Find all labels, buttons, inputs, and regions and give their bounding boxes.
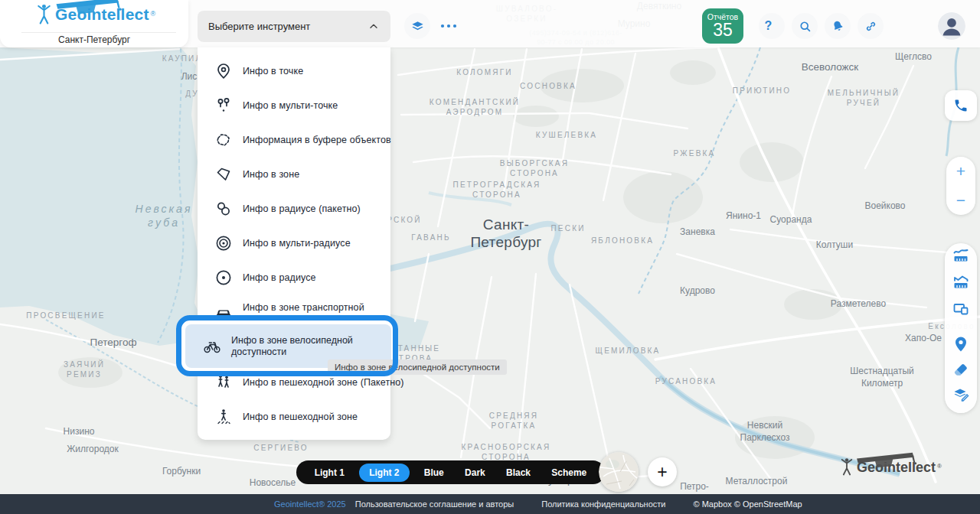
footer-link[interactable]: Пользовательское соглашение и авторы [355, 499, 514, 509]
registered-mark: ® [151, 10, 156, 18]
style-light-2[interactable]: Light 2 [359, 464, 409, 482]
geointellect-app: КАУПИЛЛисДУНевская губаПРОСВЕЩЕНИЕПетерг… [0, 0, 980, 514]
menu-item[interactable]: Информация в буфере объектов [208, 128, 386, 152]
figure-logo-icon [839, 457, 854, 477]
top-header-bar: Geointellect ® Санкт-Петербург Выберите … [0, 0, 980, 47]
bell-icon [831, 19, 845, 34]
radius-icon [214, 268, 233, 287]
tool-select-label: Выберите инструмент [208, 21, 310, 32]
devices-button[interactable] [952, 300, 970, 318]
menu-item-label: Инфо в радиусе [243, 272, 316, 283]
brand-name: Geointellect [55, 3, 149, 26]
buffer-icon [214, 131, 233, 149]
search-icon [798, 19, 812, 34]
help-button[interactable]: ? [759, 13, 785, 39]
figure-logo-icon [35, 3, 53, 26]
style-black[interactable]: Black [500, 464, 537, 481]
bicycle-icon [203, 337, 221, 356]
footer-bar: Geointellect® 2025Пользовательское согла… [0, 494, 980, 514]
add-style-button[interactable]: + [648, 457, 677, 486]
graduation-cap-icon [54, 0, 124, 15]
radius-batch-icon [214, 200, 233, 218]
zoom-in-button[interactable]: + [946, 157, 975, 186]
geointellect-watermark: Geointellect ® [839, 457, 942, 477]
layers-button[interactable] [404, 13, 430, 39]
menu-item-label: Инфо в зоне велосипедной доступности [231, 335, 363, 358]
region-label: Санкт-Петербург [0, 34, 188, 45]
basemap-style-bar: Light 1Light 2BlueDarkBlackScheme [296, 460, 605, 484]
style-scheme[interactable]: Scheme [545, 464, 593, 481]
style-dark[interactable]: Dark [459, 464, 492, 481]
footer-brand-year[interactable]: Geointellect® 2025 [274, 499, 346, 509]
zone-icon [214, 165, 233, 184]
menu-item[interactable]: Инфо в радиусе [208, 265, 386, 290]
menu-item-label: Инфо в мульти-радиусе [243, 238, 351, 249]
tool-menu-panel: Инфо в точкеИнфо в мульти-точкеИнформаци… [198, 47, 390, 440]
layers-edit-button[interactable] [952, 385, 970, 403]
multi-radius-icon [214, 234, 233, 252]
crosswalk-icon [214, 408, 233, 426]
menu-item[interactable]: Инфо в пешеходной зоне [208, 405, 386, 429]
scheme-preview-thumbnail[interactable] [599, 452, 639, 492]
reports-badge[interactable]: Отчётов 35 [702, 8, 743, 44]
eraser-button[interactable] [952, 360, 970, 379]
menu-item[interactable]: Инфо в точке [208, 59, 386, 83]
help-icon: ? [765, 19, 779, 34]
map-tools-panel [945, 243, 977, 413]
footer-link[interactable]: Политика конфиденциальности [541, 499, 665, 509]
layers-icon [410, 19, 425, 34]
location-pin-button[interactable] [952, 335, 970, 353]
map-canvas[interactable] [0, 0, 980, 514]
menu-item-label: Инфо в точке [243, 66, 303, 76]
zoom-control: + − [946, 157, 975, 215]
menu-item-label: Инфо в пешеходной зоне (Пакетно) [243, 377, 404, 388]
search-button[interactable] [792, 13, 818, 39]
tooltip: Инфо в зоне велосипедной доступности [328, 359, 507, 375]
link-icon [864, 19, 878, 34]
watermark-reg: ® [937, 463, 942, 470]
menu-item-label: Инфо в зоне [243, 169, 299, 180]
style-blue[interactable]: Blue [418, 464, 450, 481]
map-attribution[interactable]: © Mapbox © OpenStreetMap [694, 499, 802, 509]
header-action-buttons: ? [759, 13, 884, 39]
style-light-1[interactable]: Light 1 [309, 464, 351, 481]
point-icon [214, 62, 233, 80]
menu-item-label: Инфо в пешеходной зоне [243, 412, 358, 422]
menu-item[interactable]: Инфо в радиусе (пакетно) [208, 197, 386, 221]
reports-count: 35 [702, 21, 743, 39]
menu-item-label: Информация в буфере объектов [243, 135, 391, 145]
tool-select-dropdown[interactable]: Выберите инструмент [198, 11, 390, 42]
phone-icon [953, 98, 969, 113]
ellipsis-icon [439, 21, 458, 31]
user-avatar[interactable] [938, 12, 965, 40]
link-button[interactable] [858, 13, 884, 39]
bell-button[interactable] [825, 13, 851, 39]
menu-item[interactable]: Инфо в мульти-радиусе [208, 231, 386, 255]
area-measure-button[interactable] [952, 273, 970, 291]
menu-item-label: Инфо в мульти-точке [243, 100, 338, 111]
watermark-brand: Geointellect [857, 457, 936, 477]
chevron-up-icon [368, 21, 380, 33]
menu-item[interactable]: Инфо в зоне [208, 162, 386, 187]
divider [21, 32, 176, 33]
app-logo-card[interactable]: Geointellect ® Санкт-Петербург [0, 0, 188, 47]
menu-item-label: Инфо в радиусе (пакетно) [243, 203, 361, 214]
multi-point-icon [214, 96, 233, 115]
menu-item[interactable]: Инфо в мульти-точке [208, 93, 386, 118]
graduation-cap-icon [855, 452, 918, 469]
route-measure-button[interactable] [952, 246, 970, 265]
phone-button[interactable] [945, 90, 977, 121]
zoom-out-button[interactable]: − [946, 186, 975, 215]
